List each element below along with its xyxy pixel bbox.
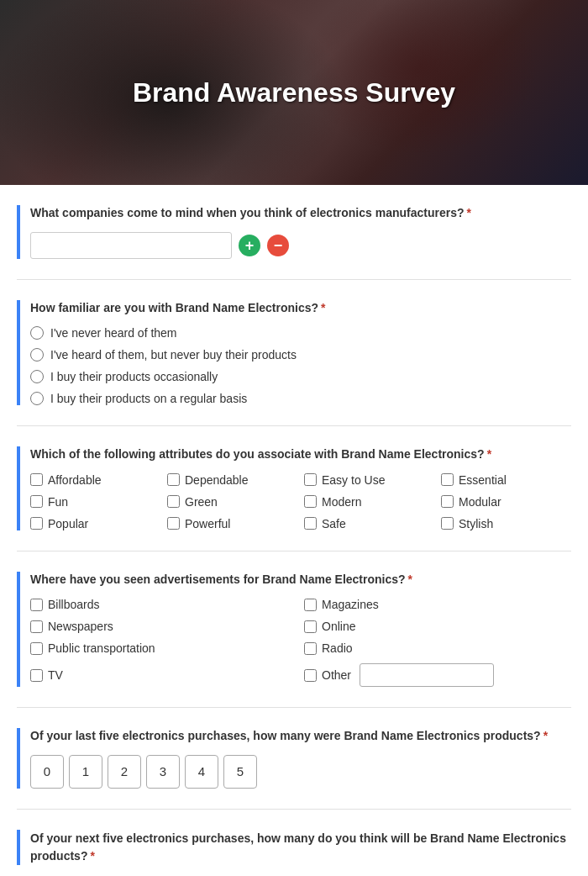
- q1-text-input[interactable]: [30, 232, 232, 259]
- q4-other-text-input[interactable]: [360, 663, 494, 687]
- required-star-1: *: [467, 206, 471, 219]
- q5-btn-4[interactable]: 4: [185, 755, 218, 789]
- required-star-5: *: [543, 729, 548, 742]
- question-6: Of your next five electronics purchases,…: [17, 830, 571, 865]
- question-2: How familiar are you with Brand Name Ele…: [17, 300, 571, 406]
- q4-check-tv[interactable]: [30, 669, 43, 682]
- required-star-6: *: [90, 849, 94, 863]
- q5-btn-1[interactable]: 1: [69, 755, 102, 789]
- question-1-label: What companies come to mind when you thi…: [30, 205, 571, 222]
- survey-body: What companies come to mind when you thi…: [0, 185, 588, 876]
- q3-easy-to-use[interactable]: Easy to Use: [304, 473, 434, 487]
- question-4-label: Where have you seen advertisements for B…: [30, 572, 571, 588]
- q4-online[interactable]: Online: [304, 620, 571, 633]
- q4-public-transportation[interactable]: Public transportation: [30, 641, 297, 655]
- q4-magazines[interactable]: Magazines: [304, 598, 571, 611]
- q3-essential[interactable]: Essential: [441, 473, 571, 487]
- add-answer-button[interactable]: +: [239, 235, 260, 256]
- q3-check-popular[interactable]: [30, 517, 43, 530]
- q4-newspapers[interactable]: Newspapers: [30, 620, 297, 633]
- divider-1: [17, 279, 571, 280]
- survey-title: Brand Awareness Survey: [133, 77, 455, 108]
- q3-stylish[interactable]: Stylish: [441, 517, 571, 530]
- q5-btn-2[interactable]: 2: [108, 755, 141, 789]
- q4-check-public-transportation[interactable]: [30, 642, 43, 655]
- q4-other[interactable]: Other: [304, 663, 571, 687]
- question-1: What companies come to mind when you thi…: [17, 205, 571, 259]
- required-star-3: *: [487, 447, 491, 461]
- q3-check-essential[interactable]: [441, 473, 454, 486]
- q2-option-3[interactable]: I buy their products occasionally: [30, 370, 571, 383]
- q4-check-magazines[interactable]: [304, 599, 317, 611]
- q3-fun[interactable]: Fun: [30, 495, 160, 509]
- q4-check-billboards[interactable]: [30, 599, 43, 611]
- q3-dependable[interactable]: Dependable: [167, 473, 297, 487]
- divider-3: [17, 551, 571, 551]
- question-5-label: Of your last five electronics purchases,…: [30, 728, 571, 745]
- q3-check-modular[interactable]: [441, 495, 454, 508]
- q5-number-buttons: 0 1 2 3 4 5: [30, 755, 571, 789]
- question-4: Where have you seen advertisements for B…: [17, 572, 571, 688]
- q2-radio-4[interactable]: [30, 392, 44, 405]
- required-star-4: *: [408, 573, 412, 586]
- q5-btn-0[interactable]: 0: [30, 755, 64, 789]
- divider-4: [17, 707, 571, 708]
- q3-check-stylish[interactable]: [441, 517, 454, 530]
- q4-checkbox-grid: Billboards Magazines Newspapers Online P…: [30, 598, 571, 687]
- q3-check-powerful[interactable]: [167, 517, 180, 530]
- q2-option-2[interactable]: I've heard of them, but never buy their …: [30, 348, 571, 361]
- divider-2: [17, 425, 571, 426]
- question-2-label: How familiar are you with Brand Name Ele…: [30, 300, 571, 317]
- q3-modern[interactable]: Modern: [304, 495, 434, 509]
- q4-check-newspapers[interactable]: [30, 620, 43, 633]
- q2-option-1[interactable]: I've never heard of them: [30, 326, 571, 340]
- q4-check-online[interactable]: [304, 620, 317, 633]
- q2-radio-1[interactable]: [30, 326, 44, 340]
- q3-check-modern[interactable]: [304, 495, 317, 508]
- required-star-2: *: [321, 301, 325, 314]
- q3-green[interactable]: Green: [167, 495, 297, 509]
- q3-modular[interactable]: Modular: [441, 495, 571, 509]
- header-banner: Brand Awareness Survey: [0, 0, 588, 185]
- remove-answer-button[interactable]: −: [267, 235, 289, 256]
- q5-btn-3[interactable]: 3: [146, 755, 180, 789]
- q3-affordable[interactable]: Affordable: [30, 473, 160, 487]
- q3-check-easy-to-use[interactable]: [304, 473, 317, 486]
- q3-check-green[interactable]: [167, 495, 180, 508]
- question-3-label: Which of the following attributes do you…: [30, 446, 571, 463]
- q2-radio-2[interactable]: [30, 348, 44, 361]
- q3-checkbox-grid: Affordable Dependable Easy to Use Essent…: [30, 473, 571, 530]
- q3-check-fun[interactable]: [30, 495, 43, 508]
- q4-check-radio[interactable]: [304, 642, 317, 655]
- q3-safe[interactable]: Safe: [304, 517, 434, 530]
- q4-billboards[interactable]: Billboards: [30, 598, 297, 611]
- q2-radio-group: I've never heard of them I've heard of t…: [30, 326, 571, 405]
- divider-5: [17, 809, 571, 810]
- q2-option-4[interactable]: I buy their products on a regular basis: [30, 392, 571, 405]
- q1-input-row: + −: [30, 232, 571, 259]
- q4-check-other[interactable]: [304, 669, 317, 682]
- q2-radio-3[interactable]: [30, 370, 44, 383]
- q5-btn-5[interactable]: 5: [223, 755, 257, 789]
- q3-popular[interactable]: Popular: [30, 517, 160, 530]
- q4-radio[interactable]: Radio: [304, 641, 571, 655]
- question-5: Of your last five electronics purchases,…: [17, 728, 571, 789]
- question-6-label: Of your next five electronics purchases,…: [30, 830, 571, 865]
- question-3: Which of the following attributes do you…: [17, 446, 571, 530]
- q3-check-dependable[interactable]: [167, 473, 180, 486]
- q3-check-affordable[interactable]: [30, 473, 43, 486]
- q4-tv[interactable]: TV: [30, 663, 297, 687]
- q3-check-safe[interactable]: [304, 517, 317, 530]
- q3-powerful[interactable]: Powerful: [167, 517, 297, 530]
